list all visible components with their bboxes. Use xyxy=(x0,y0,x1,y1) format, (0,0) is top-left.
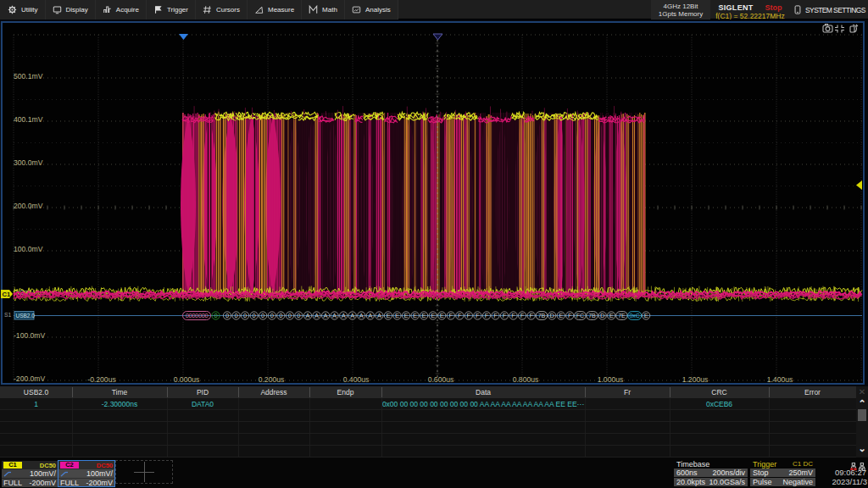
svg-text:0: 0 xyxy=(214,312,217,319)
svg-text:E: E xyxy=(395,312,399,319)
svg-text:A: A xyxy=(350,312,354,319)
svg-text:E: E xyxy=(644,312,648,319)
svg-text:0: 0 xyxy=(243,312,247,319)
svg-text:0.400us: 0.400us xyxy=(343,375,370,384)
svg-text:200.0mV: 200.0mV xyxy=(14,202,43,210)
svg-text:0.600us: 0.600us xyxy=(428,375,454,384)
svg-text:F: F xyxy=(458,312,462,319)
svg-text:F: F xyxy=(529,312,533,319)
svg-text:A: A xyxy=(342,312,346,319)
svg-text:E: E xyxy=(431,312,435,319)
svg-text:-100.0mV: -100.0mV xyxy=(14,331,46,340)
svg-text:-0.200us: -0.200us xyxy=(87,375,115,384)
svg-text:FC: FC xyxy=(576,313,584,319)
svg-text:E: E xyxy=(403,312,408,319)
svg-text:F: F xyxy=(467,312,471,319)
svg-text:E: E xyxy=(440,312,444,319)
svg-text:A: A xyxy=(368,312,372,319)
svg-text:F: F xyxy=(485,312,489,319)
svg-text:A: A xyxy=(305,312,309,319)
svg-text:USB2.0: USB2.0 xyxy=(16,313,36,319)
svg-text:A: A xyxy=(377,312,381,319)
svg-text:0: 0 xyxy=(270,312,274,319)
svg-text:S1: S1 xyxy=(4,312,12,318)
svg-text:300.0mV: 300.0mV xyxy=(14,158,43,167)
svg-text:0: 0 xyxy=(279,312,282,319)
svg-text:A: A xyxy=(314,312,319,319)
svg-text:D: D xyxy=(600,312,605,319)
svg-text:E: E xyxy=(422,312,426,319)
svg-text:0: 0 xyxy=(225,312,229,319)
svg-text:0000000: 0000000 xyxy=(186,312,209,319)
svg-text:F: F xyxy=(493,312,498,319)
svg-text:F: F xyxy=(449,312,453,319)
svg-text:1.200us: 1.200us xyxy=(682,375,709,384)
svg-text:0.200us: 0.200us xyxy=(259,375,285,384)
svg-text:0: 0 xyxy=(253,312,256,319)
svg-text:0.800us: 0.800us xyxy=(513,375,539,384)
svg-text:A: A xyxy=(324,312,328,319)
svg-text:C1: C1 xyxy=(3,291,11,298)
svg-text:0: 0 xyxy=(297,312,300,319)
svg-text:E: E xyxy=(609,312,614,319)
svg-text:0xC: 0xC xyxy=(629,313,639,319)
svg-text:-200.0mV: -200.0mV xyxy=(14,374,46,383)
svg-text:1.400us: 1.400us xyxy=(767,375,793,384)
svg-text:F: F xyxy=(568,312,572,319)
svg-text:F: F xyxy=(511,312,515,319)
svg-text:500.1mV: 500.1mV xyxy=(14,72,43,80)
svg-text:E: E xyxy=(559,312,563,319)
svg-text:7B: 7B xyxy=(588,313,596,319)
svg-text:400.1mV: 400.1mV xyxy=(14,115,43,124)
svg-text:F: F xyxy=(476,312,480,319)
svg-text:7E: 7E xyxy=(618,313,626,319)
svg-text:0.000us: 0.000us xyxy=(174,375,200,384)
svg-text:A: A xyxy=(332,312,337,319)
svg-text:0: 0 xyxy=(261,312,264,319)
svg-text:E: E xyxy=(413,312,417,319)
svg-text:100.0mV: 100.0mV xyxy=(14,245,43,253)
svg-text:F: F xyxy=(503,312,507,319)
svg-text:A: A xyxy=(359,312,364,319)
svg-text:0: 0 xyxy=(288,312,292,319)
svg-text:E: E xyxy=(386,312,390,319)
svg-text:D: D xyxy=(549,312,554,319)
svg-text:7B: 7B xyxy=(538,313,546,319)
svg-text:0: 0 xyxy=(235,312,238,319)
svg-text:F: F xyxy=(520,312,525,319)
svg-text:1.000us: 1.000us xyxy=(598,375,624,384)
